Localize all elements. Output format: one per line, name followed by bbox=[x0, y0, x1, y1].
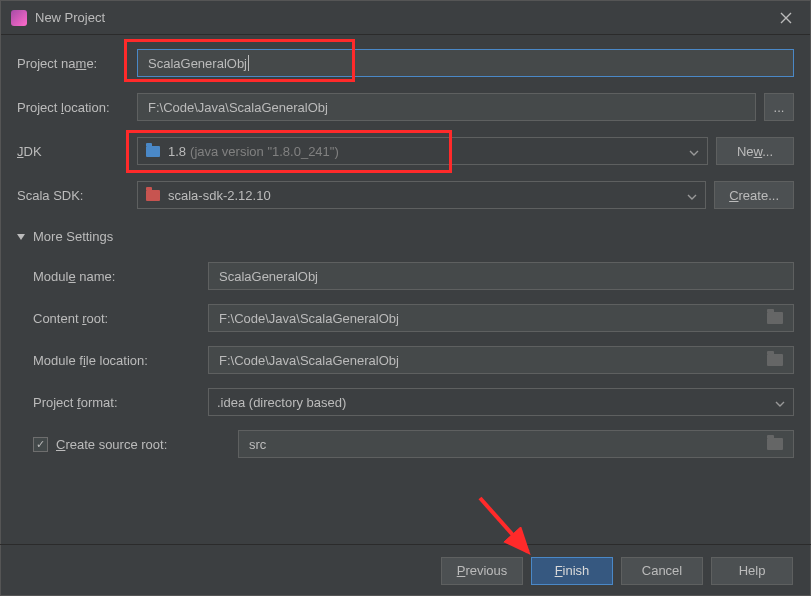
create-source-root-label: Create source root: bbox=[56, 437, 167, 452]
module-name-input[interactable]: ScalaGeneralObj bbox=[208, 262, 794, 290]
chevron-down-icon bbox=[775, 395, 785, 410]
window-title: New Project bbox=[35, 10, 772, 25]
close-button[interactable] bbox=[772, 4, 800, 32]
jdk-dropdown[interactable]: 1.8 (java version "1.8.0_241") bbox=[137, 137, 708, 165]
folder-icon[interactable] bbox=[767, 438, 783, 450]
folder-icon bbox=[146, 146, 160, 157]
module-name-label: Module name: bbox=[33, 269, 208, 284]
folder-icon[interactable] bbox=[767, 312, 783, 324]
cancel-button[interactable]: Cancel bbox=[621, 557, 703, 585]
project-location-browse-button[interactable]: ... bbox=[764, 93, 794, 121]
folder-icon bbox=[146, 190, 160, 201]
ellipsis-icon: ... bbox=[774, 100, 785, 115]
project-name-label: Project name: bbox=[17, 56, 137, 71]
app-icon bbox=[11, 10, 27, 26]
previous-button[interactable]: Previous bbox=[441, 557, 523, 585]
module-file-location-input[interactable]: F:\Code\Java\ScalaGeneralObj bbox=[208, 346, 794, 374]
folder-icon[interactable] bbox=[767, 354, 783, 366]
chevron-down-icon bbox=[689, 144, 699, 159]
project-location-input[interactable]: F:\Code\Java\ScalaGeneralObj bbox=[137, 93, 756, 121]
scala-sdk-create-button[interactable]: Create... bbox=[714, 181, 794, 209]
jdk-label: JDK bbox=[17, 144, 137, 159]
chevron-down-icon bbox=[17, 234, 25, 240]
project-format-label: Project format: bbox=[33, 395, 208, 410]
help-button[interactable]: Help bbox=[711, 557, 793, 585]
content-root-label: Content root: bbox=[33, 311, 208, 326]
module-file-location-label: Module file location: bbox=[33, 353, 208, 368]
create-source-root-checkbox[interactable]: ✓ bbox=[33, 437, 48, 452]
close-icon bbox=[780, 12, 792, 24]
project-name-input[interactable]: ScalaGeneralObj bbox=[137, 49, 794, 77]
source-root-input[interactable]: src bbox=[238, 430, 794, 458]
scala-sdk-dropdown[interactable]: scala-sdk-2.12.10 bbox=[137, 181, 706, 209]
project-location-label: Project location: bbox=[17, 100, 137, 115]
finish-button[interactable]: Finish bbox=[531, 557, 613, 585]
scala-sdk-label: Scala SDK: bbox=[17, 188, 137, 203]
content-root-input[interactable]: F:\Code\Java\ScalaGeneralObj bbox=[208, 304, 794, 332]
more-settings-toggle[interactable]: More Settings bbox=[17, 229, 794, 244]
project-format-dropdown[interactable]: .idea (directory based) bbox=[208, 388, 794, 416]
jdk-new-button[interactable]: New... bbox=[716, 137, 794, 165]
chevron-down-icon bbox=[687, 188, 697, 203]
